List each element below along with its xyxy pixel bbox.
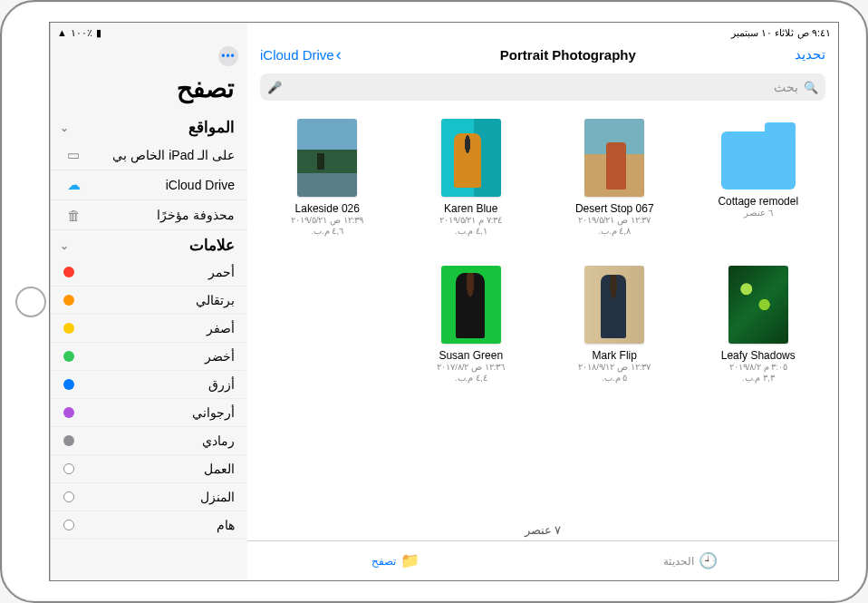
file-item[interactable]: Leafy Shadows٣:٠٥ م ٢٠١٩/٨/٢٣,٣ م.ب. [704, 266, 813, 402]
browse-title: تصفح [51, 70, 247, 112]
tab-recent-label: الحديثة [663, 555, 694, 568]
screen: ٩:٤١ ص ثلاثاء ١٠ سبتمبر ▮ ٪١٠٠ ▲ ••• تصف… [49, 22, 839, 581]
cloud-icon: ☁ [63, 177, 83, 193]
item-meta-date: ١٢:٣٧ ص ٢٠١٨/٩/١٢ [578, 362, 651, 373]
search-icon: 🔍 [804, 81, 818, 94]
folder-thumbnail-icon [721, 131, 796, 190]
location-label: iCloud Drive [91, 178, 235, 192]
folder-icon: 📁 [400, 551, 420, 570]
file-item[interactable]: Mark Flip١٢:٣٧ ص ٢٠١٨/٩/١٢٥ م.ب. [560, 266, 669, 402]
nav-bar: › iCloud Drive Portrait Photography تحدي… [247, 41, 838, 68]
tag-label: العمل [83, 462, 235, 476]
tag-item[interactable]: أحمر [51, 258, 247, 287]
item-count: ٧ عنصر [247, 518, 838, 540]
item-name: Karen Blue [444, 202, 497, 215]
chevron-back-icon: › [336, 45, 342, 64]
tags-list: أحمربرتقاليأصفرأخضرأزرقأرجوانيرماديالعمل… [51, 258, 247, 540]
search-placeholder: بحث [287, 80, 798, 94]
status-right: ٩:٤١ ص ثلاثاء ١٠ سبتمبر [731, 27, 831, 39]
tag-circle-icon [63, 520, 74, 530]
back-button[interactable]: › iCloud Drive [260, 45, 342, 64]
status-left: ▮ ٪١٠٠ ▲ [57, 27, 101, 39]
tag-item[interactable]: أزرق [51, 371, 247, 399]
item-meta-size: ٤,٨ م.ب. [598, 226, 631, 237]
chevron-down-icon: ⌄ [60, 239, 69, 252]
file-item[interactable]: Desert Stop 067١٢:٣٧ ص ٢٠١٩/٥/٢١٤,٨ م.ب. [560, 119, 669, 255]
tag-dot-icon [63, 379, 74, 390]
item-meta-date: ٣:٠٥ م ٢٠١٩/٨/٢ [729, 362, 787, 373]
item-name: Cottage remodel [718, 195, 798, 208]
item-meta-size: ٤,٤ م.ب. [455, 373, 487, 384]
trash-icon: 🗑 [63, 207, 83, 223]
location-item[interactable]: على الـ iPad الخاص بي▭ [51, 141, 247, 170]
tab-bar: 🕘 الحديثة 📁 تصفح [247, 540, 838, 580]
locations-list: على الـ iPad الخاص بي▭iCloud Drive☁محذوف… [51, 141, 247, 230]
mic-icon: 🎤 [267, 81, 282, 94]
tags-header-label: علامات [189, 236, 235, 255]
file-item[interactable]: Lakeside 026١٢:٣٩ ص ٢٠١٩/٥/٢١٤,٦ م.ب. [273, 119, 381, 255]
tag-item[interactable]: هام [51, 511, 247, 540]
status-date: ثلاثاء ١٠ سبتمبر [731, 27, 794, 39]
page-title: Portrait Photography [500, 47, 636, 63]
location-label: محذوفة مؤخرًا [91, 208, 235, 222]
more-button[interactable]: ••• [218, 46, 238, 66]
tag-item[interactable]: العمل [51, 455, 247, 483]
tag-label: برتقالي [83, 293, 235, 307]
tag-label: هام [83, 518, 235, 532]
photo-thumbnail [297, 119, 357, 197]
item-meta-date: ١٢:٣٦ ص ٢٠١٧/٨/٢ [437, 362, 505, 373]
item-meta-date: ١٢:٣٧ ص ٢٠١٩/٥/٢١ [578, 215, 651, 226]
tag-item[interactable]: أخضر [51, 343, 247, 371]
sidebar: ••• تصفح المواقع ⌄ على الـ iPad الخاص بي… [50, 23, 247, 580]
tag-dot-icon [63, 295, 74, 306]
tag-item[interactable]: رمادي [51, 427, 247, 455]
battery-percent: ٪١٠٠ [71, 27, 92, 39]
back-label: iCloud Drive [260, 47, 334, 63]
tab-browse[interactable]: 📁 تصفح [247, 541, 543, 580]
tag-item[interactable]: أرجواني [51, 399, 247, 427]
file-item[interactable]: Karen Blue٧:٣٤ م ٢٠١٩/٥/٢١٤,١ م.ب. [417, 119, 526, 255]
tag-label: أصفر [83, 321, 235, 336]
battery-icon: ▮ [96, 27, 101, 39]
locations-header-label: المواقع [188, 118, 235, 137]
status-bar: ٩:٤١ ص ثلاثاء ١٠ سبتمبر ▮ ٪١٠٠ ▲ [50, 23, 838, 41]
more-icon: ••• [221, 50, 236, 63]
folder-item[interactable]: Cottage remodel٦ عنصر [704, 119, 813, 255]
tag-label: أزرق [83, 377, 235, 392]
tag-item[interactable]: برتقالي [51, 287, 247, 315]
home-button[interactable] [15, 287, 46, 317]
item-meta-size: ٤,٦ م.ب. [311, 226, 343, 237]
photo-thumbnail [441, 119, 501, 197]
photo-thumbnail [728, 266, 788, 344]
tag-item[interactable]: أصفر [51, 315, 247, 343]
select-button[interactable]: تحديد [795, 46, 825, 63]
location-item[interactable]: iCloud Drive☁ [51, 170, 247, 200]
tag-dot-icon [63, 323, 74, 334]
item-meta-date: ١٢:٣٩ ص ٢٠١٩/٥/٢١ [291, 215, 363, 226]
tab-recent[interactable]: 🕘 الحديثة [543, 541, 838, 580]
item-name: Mark Flip [593, 349, 637, 362]
item-name: Lakeside 026 [295, 202, 360, 215]
tag-item[interactable]: المنزل [51, 483, 247, 511]
item-name: Leafy Shadows [721, 349, 796, 362]
tag-label: أحمر [83, 265, 235, 279]
photo-thumbnail [441, 266, 501, 344]
clock-icon: 🕘 [699, 551, 718, 570]
tag-circle-icon [63, 463, 74, 474]
chevron-down-icon: ⌄ [60, 122, 69, 134]
status-time: ٩:٤١ ص [797, 27, 831, 39]
ipad-icon: ▭ [63, 147, 83, 163]
main-content: › iCloud Drive Portrait Photography تحدي… [247, 23, 838, 580]
location-item[interactable]: محذوفة مؤخرًا🗑 [51, 200, 247, 230]
search-field[interactable]: 🔍 بحث 🎤 [260, 73, 825, 101]
tag-dot-icon [63, 435, 74, 446]
ipad-frame: ٩:٤١ ص ثلاثاء ١٠ سبتمبر ▮ ٪١٠٠ ▲ ••• تصف… [0, 0, 868, 603]
tags-header[interactable]: علامات ⌄ [51, 230, 247, 258]
photo-thumbnail [584, 119, 644, 197]
item-name: Desert Stop 067 [575, 202, 654, 215]
photo-thumbnail [584, 266, 644, 344]
file-item[interactable]: Susan Green١٢:٣٦ ص ٢٠١٧/٨/٢٤,٤ م.ب. [417, 266, 526, 402]
item-meta-size: ٥ م.ب. [602, 373, 627, 384]
tag-label: أخضر [83, 349, 235, 364]
locations-header[interactable]: المواقع ⌄ [51, 112, 247, 141]
